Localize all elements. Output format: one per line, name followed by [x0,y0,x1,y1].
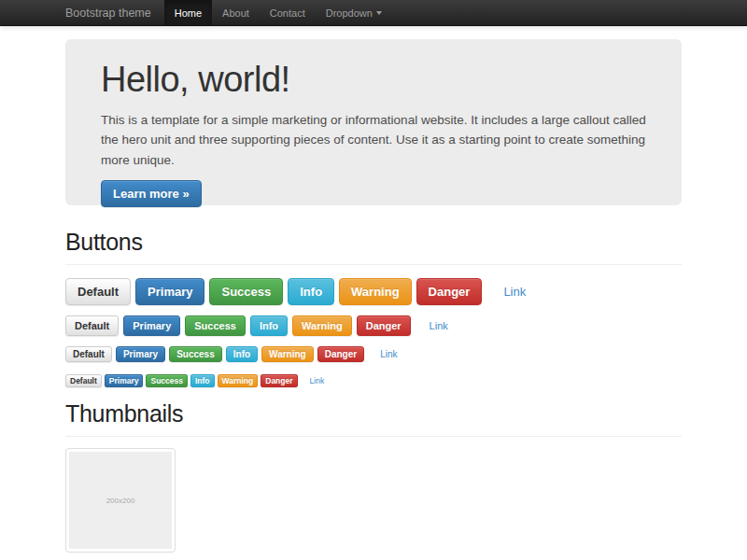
default-button[interactable]: Default [65,315,119,336]
thumbnail-placeholder-image: 200x200 [69,452,172,549]
thumbnails-section-title: Thumbnails [65,400,682,427]
info-button-large[interactable]: Info [288,278,334,305]
caret-down-icon [376,11,382,15]
navbar-brand[interactable]: Bootstrap theme [65,0,164,25]
link-button[interactable]: Link [421,316,457,335]
danger-button[interactable]: Danger [357,315,411,336]
primary-button-small[interactable]: Primary [116,346,165,362]
info-button[interactable]: Info [250,315,288,336]
thumbnail[interactable]: 200x200 [65,448,176,553]
success-button[interactable]: Success [185,315,246,336]
danger-button-extra-small[interactable]: Danger [261,374,297,387]
default-button-extra-small[interactable]: Default [65,374,102,387]
success-button-large[interactable]: Success [209,278,283,305]
warning-button[interactable]: Warning [292,315,352,336]
nav-item-home[interactable]: Home [164,0,212,25]
nav-item-contact-label: Contact [270,0,305,26]
danger-button-small[interactable]: Danger [317,346,364,362]
warning-button-small[interactable]: Warning [261,346,314,362]
thumbnails-section-header: Thumbnails [65,400,682,437]
button-row-default: Default Primary Success Info Warning Dan… [65,315,682,336]
buttons-section-header: Buttons [65,229,682,265]
buttons-section-title: Buttons [65,229,682,256]
success-button-small[interactable]: Success [169,346,222,362]
default-button-small[interactable]: Default [65,346,112,362]
danger-button-large[interactable]: Danger [416,278,483,305]
link-button-large[interactable]: Link [492,279,537,304]
nav-item-home-label: Home [175,0,202,26]
thumbnail-placeholder-label: 200x200 [106,497,135,505]
button-row-large: Default Primary Success Info Warning Dan… [65,278,682,305]
primary-button[interactable]: Primary [123,315,180,336]
default-button-large[interactable]: Default [65,278,131,305]
primary-button-large[interactable]: Primary [135,278,204,305]
nav-item-dropdown[interactable]: Dropdown [316,0,392,25]
hero-title: Hello, world! [101,62,646,99]
hero-unit: Hello, world! This is a template for a s… [65,39,682,205]
success-button-extra-small[interactable]: Success [146,374,188,387]
nav-item-about[interactable]: About [212,0,260,25]
learn-more-button[interactable]: Learn more » [101,180,202,207]
link-button-small[interactable]: Link [374,347,403,361]
hero-description: This is a template for a simple marketin… [101,110,646,171]
button-row-small: Default Primary Success Info Warning Dan… [65,346,682,362]
navbar: Bootstrap theme Home About Contact Dropd… [0,0,747,26]
nav-item-contact[interactable]: Contact [260,0,316,25]
nav-item-dropdown-label: Dropdown [326,0,373,26]
warning-button-extra-small[interactable]: Warning [218,374,259,387]
navbar-nav: Home About Contact Dropdown [164,0,392,25]
primary-button-extra-small[interactable]: Primary [105,374,144,387]
warning-button-large[interactable]: Warning [339,278,412,305]
nav-item-about-label: About [222,0,249,26]
button-row-extra-small: Default Primary Success Info Warning Dan… [65,374,682,387]
info-button-extra-small[interactable]: Info [190,374,215,387]
link-button-extra-small[interactable]: Link [306,375,329,386]
info-button-small[interactable]: Info [226,346,258,362]
